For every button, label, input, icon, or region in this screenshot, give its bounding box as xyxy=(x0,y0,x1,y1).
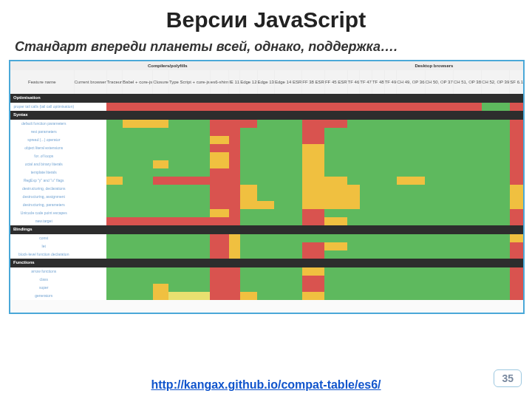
support-cell xyxy=(347,120,360,128)
support-cell xyxy=(168,185,210,193)
support-cell xyxy=(274,284,301,292)
support-cell xyxy=(510,217,525,225)
feature-link[interactable]: let xyxy=(42,244,46,248)
feature-link[interactable]: class xyxy=(40,277,48,282)
support-cell xyxy=(302,209,325,217)
browser-header: Edge 14 ESR xyxy=(274,70,301,94)
support-cell xyxy=(229,128,240,136)
feature-link[interactable]: destructuring, declarations xyxy=(22,186,66,191)
support-cell xyxy=(123,267,153,276)
support-cell xyxy=(240,276,257,284)
feature-link[interactable]: RegExp "y" and "u" flags xyxy=(24,178,64,183)
support-cell xyxy=(372,217,384,225)
page-number: 35 xyxy=(494,369,522,387)
support-cell xyxy=(397,242,425,250)
support-cell xyxy=(425,120,453,128)
support-cell xyxy=(324,103,347,111)
support-cell xyxy=(274,201,301,209)
support-cell xyxy=(482,284,510,292)
support-cell xyxy=(510,120,525,128)
support-cell xyxy=(397,276,425,284)
support-cell xyxy=(372,177,384,185)
support-cell xyxy=(372,136,384,144)
feature-link[interactable]: Unicode code point escapes xyxy=(21,211,67,215)
support-cell xyxy=(274,267,301,276)
support-cell xyxy=(168,267,210,276)
support-cell xyxy=(372,209,384,217)
support-cell xyxy=(384,193,397,201)
support-cell xyxy=(123,152,153,160)
support-cell xyxy=(106,152,122,160)
support-cell xyxy=(360,250,372,259)
support-cell xyxy=(168,242,210,250)
support-cell xyxy=(106,177,122,185)
feature-name: ▸ block-level function declaration xyxy=(10,250,74,259)
current-cell xyxy=(74,292,106,300)
feature-link[interactable]: for..of loops xyxy=(34,154,53,158)
feature-link[interactable]: destructuring, parameters xyxy=(23,202,65,207)
support-cell xyxy=(274,168,301,177)
support-cell xyxy=(274,185,301,193)
support-cell xyxy=(302,160,325,168)
support-cell xyxy=(123,103,153,111)
support-cell xyxy=(257,193,274,201)
support-cell xyxy=(229,144,240,152)
feature-link[interactable]: const xyxy=(39,236,48,240)
support-cell xyxy=(168,201,210,209)
support-cell xyxy=(257,168,274,177)
support-cell xyxy=(397,103,425,111)
support-cell xyxy=(324,276,347,284)
support-cell xyxy=(210,160,228,168)
feature-link[interactable]: proper tail calls (tail call optimisatio… xyxy=(13,104,74,109)
feature-name: ▸ template literals xyxy=(10,168,74,177)
support-cell xyxy=(153,201,169,209)
support-cell xyxy=(347,128,360,136)
support-cell xyxy=(302,152,325,160)
feature-link[interactable]: destructuring, assignment xyxy=(23,194,65,199)
feature-link[interactable]: template literals xyxy=(31,170,57,174)
feature-link[interactable]: generators xyxy=(35,293,52,298)
feature-name: ▸ new.target xyxy=(10,217,74,225)
support-cell xyxy=(347,234,360,242)
browser-header: Edge 13 xyxy=(257,70,274,94)
feature-link[interactable]: super xyxy=(39,285,49,290)
feature-link[interactable]: rest parameters xyxy=(31,129,57,134)
support-cell xyxy=(347,267,360,276)
feature-link[interactable]: spread (...) operator xyxy=(27,137,60,142)
feature-name: ▸ destructuring, parameters xyxy=(10,201,74,209)
current-col-header: Current browser xyxy=(74,70,106,94)
support-cell xyxy=(106,209,122,217)
support-cell xyxy=(106,234,122,242)
support-cell xyxy=(302,234,325,242)
support-cell xyxy=(240,177,257,185)
support-cell xyxy=(453,152,481,160)
support-cell xyxy=(210,152,228,160)
feature-name: ▸ super xyxy=(10,284,74,292)
feature-link[interactable]: octal and binary literals xyxy=(25,162,63,166)
support-cell xyxy=(168,276,210,284)
support-cell xyxy=(482,242,510,250)
support-cell xyxy=(425,185,453,193)
support-cell xyxy=(257,152,274,160)
support-cell xyxy=(372,193,384,201)
support-cell xyxy=(240,217,257,225)
support-cell xyxy=(425,292,453,300)
feature-link[interactable]: new.target xyxy=(35,219,52,223)
feature-link[interactable]: block-level function declaration xyxy=(18,252,69,256)
support-cell xyxy=(153,242,169,250)
support-cell xyxy=(347,201,360,209)
support-cell xyxy=(425,136,453,144)
support-cell xyxy=(229,234,240,242)
feature-link[interactable]: default function parameters xyxy=(21,121,66,126)
source-link[interactable]: http://kangax.github.io/compat-table/es6… xyxy=(0,378,532,392)
support-cell xyxy=(168,160,210,168)
support-cell xyxy=(347,103,360,111)
table-row: ▸ super xyxy=(10,284,525,292)
support-cell xyxy=(229,193,240,201)
support-cell xyxy=(510,185,525,193)
support-cell xyxy=(372,292,384,300)
feature-link[interactable]: arrow functions xyxy=(31,269,56,273)
feature-link[interactable]: object literal extensions xyxy=(24,146,63,150)
support-cell xyxy=(347,168,360,177)
support-cell xyxy=(123,217,153,225)
